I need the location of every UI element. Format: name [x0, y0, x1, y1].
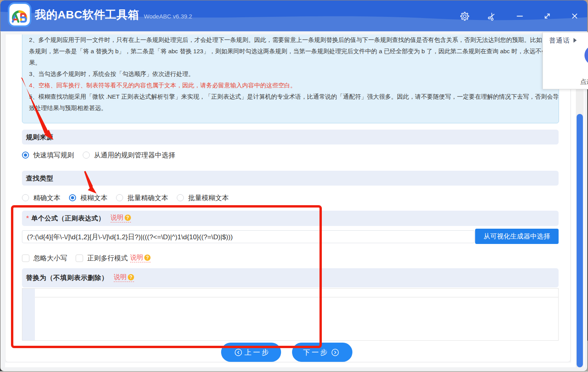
- help-label: 说明: [130, 254, 143, 261]
- notice-line: 2、多个规则应用于同一文件时，只有在上一条规则处理完后，才会处理下一条规则。因此…: [29, 34, 556, 45]
- screenshot-stage: 我的ABC软件工具箱 WodeABC v6.39.2: [0, 0, 588, 372]
- minimize-icon: [515, 11, 525, 21]
- ime-hint-text: 点击: [580, 78, 588, 86]
- formula-input-row: (?:(\d{4}[年\-\/]\d{1,2}[月\-\/]\d{1,2}日?)…: [22, 230, 559, 243]
- radio-batch-fuzzy-text[interactable]: 批量模糊文本: [177, 193, 229, 202]
- notice-line: 5、模糊查找功能采用「微软 .NET 正则表达式解析引擎」来实现，「正则表达式」…: [29, 91, 556, 102]
- close-icon: [570, 11, 580, 21]
- radio-fuzzy-text[interactable]: 模糊文本: [69, 193, 107, 202]
- radio-circle: [116, 194, 123, 201]
- app-logo: [8, 2, 31, 27]
- next-step-label: 下一步: [303, 348, 329, 357]
- next-step-button[interactable]: 下一步: [292, 343, 352, 362]
- multiline-help-link[interactable]: 说明 ?: [130, 254, 151, 262]
- radio-label: 从通用的规则管理器中选择: [94, 150, 175, 160]
- ime-popup: 普通话 点击: [543, 32, 588, 89]
- app-window: 我的ABC软件工具箱 WodeABC v6.39.2: [0, 0, 587, 371]
- section-title: 替换为（不填则表示删除）: [26, 273, 108, 282]
- prev-circle-icon: [234, 349, 242, 356]
- section-search-type: 查找类型: [22, 171, 559, 186]
- prev-step-label: 上一步: [245, 348, 270, 357]
- rule-source-options: 快速填写规则 从通用的规则管理器中选择: [22, 150, 175, 160]
- checkbox-box: [76, 255, 83, 262]
- question-icon: ?: [128, 274, 134, 280]
- section-title: 查找类型: [26, 174, 53, 183]
- radio-circle: [69, 194, 76, 201]
- ime-blue-circle[interactable]: [584, 45, 588, 65]
- section-replace: 替换为（不填则表示删除） 说明 ?: [22, 268, 559, 287]
- checkbox-ignore-case[interactable]: 忽略大小写: [22, 253, 67, 263]
- scrollbar-thumb[interactable]: [577, 114, 583, 367]
- ime-language-label[interactable]: 普通话: [549, 36, 570, 45]
- screenshot-button[interactable]: [485, 10, 498, 22]
- notice-box: 2、多个规则应用于同一文件时，只有在上一条规则处理完后，才会处理下一条规则。因此…: [22, 34, 559, 123]
- window-footer: [0, 367, 587, 371]
- notice-line: 条规则，第一条是「将 a 替换为 b」，第二条是「将 abc 替换 123」，则…: [29, 45, 556, 57]
- radio-quick-rule[interactable]: 快速填写规则: [22, 150, 74, 160]
- radio-label: 精确文本: [33, 193, 60, 202]
- radio-label: 模糊文本: [80, 193, 107, 202]
- radio-label: 批量精确文本: [127, 193, 168, 202]
- settings-button[interactable]: [458, 10, 471, 22]
- question-icon: ?: [144, 255, 151, 261]
- checkbox-label: 忽略大小写: [33, 253, 67, 263]
- section-formula: * 单个公式（正则表达式） 说明 ?: [22, 211, 559, 226]
- scissors-icon: [487, 11, 497, 21]
- formula-input[interactable]: (?:(\d{4}[年\-\/]\d{1,2}[月\-\/]\d{1,2}日?)…: [22, 230, 475, 243]
- radio-circle: [177, 194, 184, 201]
- formula-help-link[interactable]: 说明 ?: [111, 214, 131, 222]
- help-label: 说明: [114, 274, 127, 280]
- replace-help-link[interactable]: 说明 ?: [114, 274, 134, 282]
- notice-line-warning: 4、空格、回车换行、制表符等看不见的内容也属于文本，因此，请务必留意输入内容中的…: [29, 79, 556, 91]
- next-circle-icon: [331, 349, 339, 356]
- titlebar[interactable]: 我的ABC软件工具箱 WodeABC v6.39.2: [0, 0, 587, 31]
- minimize-button[interactable]: [514, 10, 526, 22]
- gear-icon: [460, 11, 470, 21]
- app-logo-art: [9, 4, 30, 25]
- help-label: 说明: [111, 214, 123, 221]
- maximize-icon: [542, 11, 552, 21]
- question-icon: ?: [125, 215, 131, 221]
- checkbox-box: [22, 255, 29, 262]
- ime-submenu-arrow-icon: [573, 38, 577, 43]
- replace-editor[interactable]: [22, 288, 559, 341]
- notice-line: 3、当勾选多个规则时，系统会按「勾选顺序」依次进行处理。: [29, 68, 556, 79]
- notice-line: 果。: [29, 57, 556, 68]
- section-title: 规则来源: [26, 133, 53, 142]
- checkbox-label: 正则多行模式: [87, 253, 128, 263]
- content-viewport: 2、多个规则应用于同一文件时，只有在上一条规则处理完后，才会处理下一条规则。因此…: [0, 31, 587, 367]
- radio-exact-text[interactable]: 精确文本: [22, 193, 60, 202]
- below-card-band: [5, 363, 571, 367]
- app-version: WodeABC v6.39.2: [144, 13, 192, 20]
- visual-generator-label: 从可视化生成器中选择: [484, 232, 550, 241]
- form-card: 2、多个规则应用于同一文件时，只有在上一条规则处理完后，才会处理下一条规则。因此…: [5, 34, 571, 362]
- radio-circle: [22, 152, 29, 159]
- radio-batch-exact-text[interactable]: 批量精确文本: [116, 193, 168, 202]
- radio-rule-manager[interactable]: 从通用的规则管理器中选择: [83, 150, 175, 160]
- editor-gutter: [22, 289, 35, 340]
- radio-label: 批量模糊文本: [188, 193, 229, 202]
- formula-checkbox-row: 忽略大小写 正则多行模式 说明 ?: [22, 253, 151, 263]
- prev-step-button[interactable]: 上一步: [221, 343, 281, 362]
- radio-circle: [83, 152, 90, 159]
- radio-circle: [22, 194, 29, 201]
- maximize-button[interactable]: [541, 10, 554, 22]
- section-rule-source: 规则来源: [22, 130, 559, 144]
- editor-first-line-divider: [35, 297, 558, 298]
- close-button[interactable]: [568, 10, 581, 22]
- radio-label: 快速填写规则: [33, 150, 74, 160]
- notice-line: 致处理结果与预期相差甚远。: [29, 102, 556, 114]
- visual-generator-button[interactable]: 从可视化生成器中选择: [475, 229, 559, 244]
- checkbox-multiline[interactable]: 正则多行模式: [76, 253, 128, 263]
- app-title: 我的ABC软件工具箱: [35, 7, 139, 22]
- section-title: 单个公式（正则表达式）: [31, 214, 105, 223]
- required-mark: *: [26, 215, 29, 222]
- search-type-options: 精确文本 模糊文本 批量精确文本 批量模糊文本: [22, 193, 229, 202]
- formula-value: (?:(\d{4}[年\-\/]\d{1,2}[月\-\/]\d{1,2}日?)…: [27, 232, 233, 242]
